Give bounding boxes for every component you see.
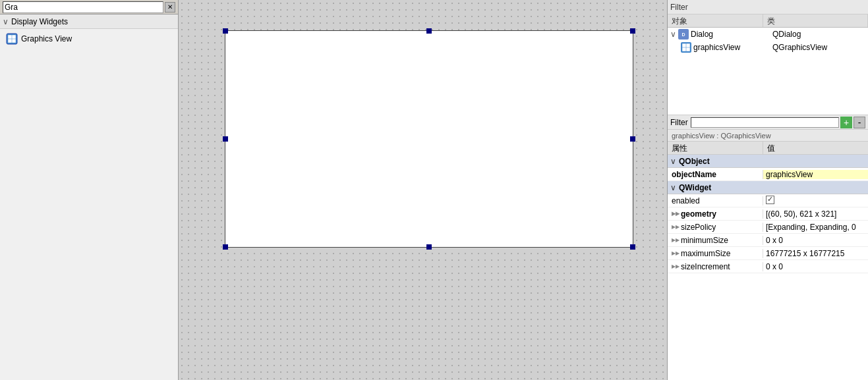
- search-bar: ✕: [0, 0, 178, 14]
- prop-geometry[interactable]: ▶ geometry [(60, 50), 621 x 321]: [668, 207, 868, 221]
- prop-minimumsize-label: ▶ minimumSize: [668, 236, 763, 245]
- canvas-panel[interactable]: [179, 0, 667, 380]
- tree-row-dialog[interactable]: ∨ D Dialog QDialog: [668, 28, 868, 41]
- right-panel: Filter 对象 类 ∨ D Dialog QDialog: [667, 0, 868, 380]
- props-col-value: 值: [763, 142, 868, 154]
- prop-sizeincrement-text: sizeIncrement: [681, 262, 730, 271]
- props-filter-input[interactable]: [691, 117, 839, 128]
- prop-enabled-value: [763, 196, 868, 206]
- graphics-view-tree-icon: [681, 42, 691, 53]
- handle-bot-right[interactable]: [630, 244, 635, 250]
- prop-geometry-text: geometry: [681, 209, 716, 219]
- group-qobject-label: QObject: [679, 157, 710, 166]
- prop-sizeincrement-value: 0 x 0: [763, 262, 868, 271]
- enabled-checkbox[interactable]: [766, 196, 774, 204]
- handle-top-mid[interactable]: [426, 28, 432, 34]
- group-qobject-arrow: ∨: [670, 157, 676, 166]
- dialog-icon: D: [678, 29, 689, 40]
- prop-sizepolicy-arrow: ▶: [676, 224, 680, 230]
- props-filter-label: Filter: [670, 118, 688, 127]
- prop-enabled-label: enabled: [668, 196, 763, 205]
- props-remove-button[interactable]: -: [854, 117, 865, 128]
- category-label: Display Widgets: [11, 17, 68, 26]
- prop-enabled: enabled: [668, 194, 868, 207]
- handle-bot-mid[interactable]: [426, 244, 432, 250]
- widget-list: Graphics View: [0, 29, 178, 49]
- properties-section: Filter + - graphicsView : QGraphicsView …: [668, 115, 868, 380]
- group-qwidget-label: QWidget: [679, 183, 711, 192]
- group-qobject[interactable]: ∨ QObject: [668, 155, 868, 168]
- graphics-view-icon: [5, 32, 18, 45]
- category-arrow: ∨: [3, 17, 9, 26]
- tree-dialog-label: Dialog: [691, 30, 713, 39]
- prop-sizepolicy-value: [Expanding, Expanding, 0: [763, 223, 868, 232]
- object-tree-section: Filter 对象 类 ∨ D Dialog QDialog: [668, 0, 868, 115]
- prop-sizeincrement-label: ▶ sizeIncrement: [668, 262, 763, 271]
- prop-sizepolicy[interactable]: ▶ sizePolicy [Expanding, Expanding, 0: [668, 221, 868, 234]
- handle-mid-right[interactable]: [630, 136, 635, 142]
- handle-bot-left[interactable]: [223, 244, 228, 250]
- prop-sizepolicy-text: sizePolicy: [681, 223, 716, 232]
- tree-col-object: 对象: [668, 14, 763, 27]
- object-tree: 对象 类 ∨ D Dialog QDialog: [668, 14, 868, 115]
- prop-objectname: objectName graphicsView: [668, 168, 868, 181]
- widget-item-graphics-view[interactable]: Graphics View: [0, 32, 178, 46]
- props-add-button[interactable]: +: [840, 117, 852, 128]
- prop-geometry-arrow: ▶: [676, 211, 680, 217]
- prop-maximumsize[interactable]: ▶ maximumSize 16777215 x 16777215: [668, 247, 868, 260]
- tree-indent: [670, 43, 681, 52]
- top-filter-bar: Filter: [668, 0, 868, 14]
- top-filter-label: Filter: [670, 3, 688, 12]
- props-filter-bar: Filter + -: [668, 115, 868, 130]
- prop-maximumsize-value: 16777215 x 16777215: [763, 249, 868, 258]
- props-col-headers: 属性 值: [668, 142, 868, 155]
- tree-arrow-dialog: ∨: [670, 30, 678, 39]
- group-qwidget-arrow: ∨: [670, 183, 676, 192]
- prop-geometry-value: [(60, 50), 621 x 321]: [763, 209, 868, 219]
- search-input[interactable]: [3, 1, 163, 13]
- prop-minimumsize-arrow: ▶: [676, 237, 680, 243]
- handle-mid-left[interactable]: [223, 136, 228, 142]
- prop-maximumsize-text: maximumSize: [681, 249, 730, 258]
- prop-minimumsize-text: minimumSize: [681, 236, 728, 245]
- prop-maximumsize-label: ▶ maximumSize: [668, 249, 763, 258]
- prop-sizeincrement[interactable]: ▶ sizeIncrement 0 x 0: [668, 260, 868, 273]
- tree-dialog-class: QDialog: [770, 30, 868, 39]
- props-subtitle: graphicsView : QGraphicsView: [668, 130, 868, 142]
- tree-graphicsview-label: graphicsView: [693, 43, 740, 52]
- graphics-view-widget[interactable]: [225, 30, 633, 248]
- prop-minimumsize[interactable]: ▶ minimumSize 0 x 0: [668, 234, 868, 247]
- group-qwidget[interactable]: ∨ QWidget: [668, 181, 868, 194]
- prop-minimumsize-value: 0 x 0: [763, 236, 868, 245]
- canvas-area: [179, 0, 667, 380]
- props-table: 属性 值 ∨ QObject objectName graphicsView ∨…: [668, 142, 868, 380]
- tree-graphicsview-class: QGraphicsView: [770, 43, 868, 52]
- widget-item-label: Graphics View: [21, 34, 72, 43]
- handle-top-right[interactable]: [630, 28, 635, 34]
- prop-objectname-label: objectName: [668, 170, 763, 179]
- widget-panel: ✕ ∨ Display Widgets Graphics View: [0, 0, 179, 380]
- props-col-name: 属性: [668, 142, 763, 154]
- prop-maximumsize-arrow: ▶: [676, 250, 680, 256]
- prop-sizepolicy-label: ▶ sizePolicy: [668, 223, 763, 232]
- tree-header: 对象 类: [668, 14, 868, 28]
- handle-top-left[interactable]: [223, 28, 228, 34]
- prop-sizeincrement-arrow: ▶: [676, 263, 680, 269]
- prop-geometry-label: ▶ geometry: [668, 209, 763, 219]
- tree-col-class: 类: [763, 14, 868, 27]
- tree-row-graphics-view[interactable]: graphicsView QGraphicsView: [668, 41, 868, 54]
- search-clear-button[interactable]: ✕: [165, 2, 175, 13]
- prop-objectname-value[interactable]: graphicsView: [763, 170, 868, 179]
- category-header: ∨ Display Widgets: [0, 14, 178, 29]
